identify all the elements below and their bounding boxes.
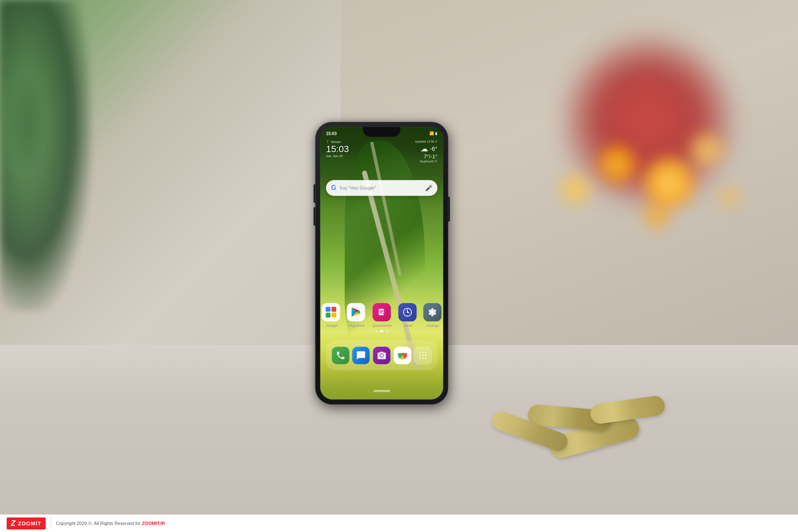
page-indicator bbox=[375, 330, 388, 332]
search-placeholder[interactable]: Say "Hey Google" bbox=[340, 185, 422, 190]
app-row: Google bbox=[320, 303, 443, 327]
app-clock[interactable]: Clock bbox=[398, 303, 416, 327]
weather-location: 📍 Tehran bbox=[326, 140, 349, 144]
footer-divider bbox=[51, 517, 51, 529]
accu-realfeel: RealFeel® 5° bbox=[415, 160, 438, 163]
status-time: 15:03 bbox=[326, 131, 337, 136]
accu-updated: Updated 13:56 ↺ bbox=[415, 140, 438, 143]
svg-point-30 bbox=[425, 358, 426, 359]
quickmemo-icon bbox=[372, 303, 391, 321]
weather-date: Sat, Jan 25 bbox=[326, 154, 349, 158]
settings-label: Settings bbox=[426, 323, 438, 327]
accu-main: ☁ -6° bbox=[415, 144, 438, 153]
bokeh-light-3 bbox=[561, 175, 590, 204]
google-icon bbox=[322, 303, 340, 321]
settings-icon bbox=[423, 303, 441, 321]
svg-point-15 bbox=[406, 312, 408, 313]
camera-icon bbox=[373, 347, 390, 364]
google-search-bar[interactable]: G Say "Hey Google" 🎤 bbox=[326, 180, 437, 196]
svg-rect-0 bbox=[326, 307, 331, 312]
phone: 15:03 📶 ▮ 📍 Tehran 15:03 Sat, Jan 25 Upd… bbox=[315, 122, 448, 404]
app-google[interactable]: Google bbox=[322, 303, 340, 327]
bokeh-light-2 bbox=[598, 145, 636, 183]
apps-icon bbox=[414, 347, 432, 364]
svg-rect-1 bbox=[332, 307, 337, 312]
clock-icon bbox=[398, 303, 416, 321]
playstore-icon bbox=[347, 303, 365, 321]
bokeh-light-6 bbox=[719, 187, 740, 208]
battery-icon: ▮ bbox=[435, 131, 437, 135]
accu-temp: -6° bbox=[430, 145, 437, 152]
zoomit-logo: Z ZOOMIT bbox=[7, 517, 46, 530]
svg-point-23 bbox=[422, 352, 424, 353]
google-g-logo: G bbox=[331, 185, 336, 191]
home-indicator[interactable] bbox=[373, 390, 390, 392]
dock-messages[interactable] bbox=[352, 347, 370, 364]
phone-notch bbox=[363, 127, 400, 137]
accu-range: 7°/-1° bbox=[415, 153, 438, 160]
phone-icon bbox=[332, 347, 349, 364]
phone-screen: 15:03 📶 ▮ 📍 Tehran 15:03 Sat, Jan 25 Upd… bbox=[320, 127, 443, 399]
dock-chrome[interactable] bbox=[393, 347, 411, 364]
zoomit-z-letter: Z bbox=[11, 519, 15, 528]
bokeh-light-4 bbox=[690, 133, 723, 166]
svg-point-25 bbox=[419, 355, 421, 356]
accu-weather-widget: Updated 13:56 ↺ ☁ -6° 7°/-1° RealFeel® 5… bbox=[415, 140, 438, 163]
messages-icon bbox=[352, 347, 370, 364]
svg-point-22 bbox=[419, 352, 421, 353]
google-label: Google bbox=[326, 323, 337, 327]
svg-point-26 bbox=[422, 355, 424, 356]
dock-camera[interactable] bbox=[372, 347, 391, 364]
phone-body: 15:03 📶 ▮ 📍 Tehran 15:03 Sat, Jan 25 Upd… bbox=[315, 122, 448, 404]
weather-time: 15:03 bbox=[326, 144, 349, 154]
dock-app-drawer[interactable] bbox=[414, 347, 432, 364]
footer-link: ZOOMIT.IR bbox=[142, 521, 165, 526]
status-icons: 📶 ▮ bbox=[429, 131, 437, 135]
app-quickmemo[interactable]: QuickMemo+ bbox=[372, 303, 392, 327]
svg-rect-3 bbox=[332, 313, 337, 318]
svg-point-28 bbox=[419, 358, 421, 359]
footer-copyright-text: Copyright 2020 ©, All Rights Reserved fo… bbox=[56, 521, 165, 526]
svg-point-24 bbox=[425, 352, 426, 353]
app-playstore[interactable]: Play Store bbox=[347, 303, 365, 327]
svg-point-29 bbox=[422, 358, 424, 359]
background-plant bbox=[0, 0, 91, 312]
page-dot-1 bbox=[375, 330, 377, 332]
footer: Z ZOOMIT Copyright 2020 ©, All Rights Re… bbox=[0, 515, 798, 532]
accu-weather-icon: ☁ bbox=[421, 144, 428, 153]
svg-point-27 bbox=[425, 355, 426, 356]
app-settings[interactable]: Settings bbox=[423, 303, 441, 327]
svg-rect-2 bbox=[326, 313, 331, 318]
playstore-label: Play Store bbox=[348, 323, 364, 327]
dock-phone[interactable] bbox=[331, 347, 350, 364]
chrome-icon bbox=[394, 347, 411, 364]
page-dot-2 bbox=[380, 330, 383, 332]
weather-widget: 📍 Tehran 15:03 Sat, Jan 25 bbox=[326, 140, 349, 158]
page-dot-3 bbox=[386, 330, 388, 332]
app-dock bbox=[326, 340, 437, 370]
power-button[interactable] bbox=[448, 197, 450, 222]
zoomit-brand-name: ZOOMIT bbox=[18, 520, 42, 527]
quickmemo-label: QuickMemo+ bbox=[372, 323, 392, 327]
bokeh-light-5 bbox=[644, 204, 669, 229]
bokeh-light-1 bbox=[644, 158, 694, 208]
wifi-icon: 📶 bbox=[429, 131, 434, 135]
clock-label: Clock bbox=[403, 323, 411, 327]
microphone-icon[interactable]: 🎤 bbox=[425, 185, 432, 191]
app-grid: Google bbox=[320, 303, 443, 327]
